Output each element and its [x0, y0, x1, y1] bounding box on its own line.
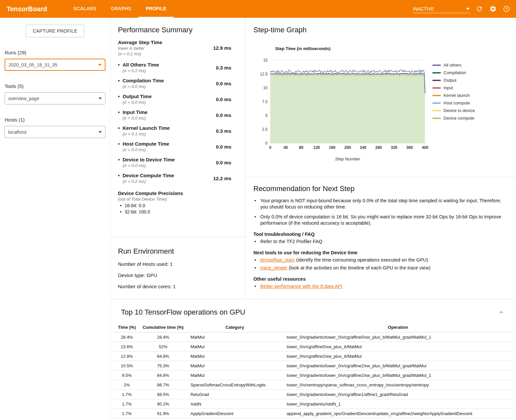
legend-item: Kernel launch [432, 93, 475, 98]
tools-dropdown[interactable]: overview_page [5, 92, 105, 104]
tool-link[interactable]: Better performance with the tf.data API [260, 284, 342, 289]
svg-text:240: 240 [360, 145, 366, 150]
category-cell: ApplyGradientDescent [186, 411, 283, 416]
refresh-button[interactable] [475, 5, 484, 13]
faq-item: Refer to the TF2 Profiler FAQ [253, 238, 508, 245]
table-row: 10.5% 75.3% MatMul tower_0/v/gradients/t… [114, 361, 513, 371]
metric-name: Device Compute Time [123, 173, 174, 178]
tab-graphs[interactable]: GRAPHS [104, 0, 139, 18]
status-dropdown[interactable]: INACTIVE [412, 5, 470, 13]
svg-text:?: ? [505, 7, 507, 11]
operation-cell: tower_0/v/gradients/tower_0/v/cg/affine0… [283, 335, 513, 340]
category-cell: SparseSoftmaxCrossEntropyWithLogits [186, 382, 283, 387]
category-cell: MatMul [186, 363, 283, 368]
svg-text:2.5: 2.5 [262, 127, 268, 132]
precision-item: 32-bit: 100.0 [120, 209, 231, 214]
tab-profile[interactable]: PROFILE [138, 0, 174, 18]
metric-sigma: (σ = 0.2 ms) [123, 179, 174, 184]
help-button[interactable]: ? [502, 5, 511, 13]
tab-scalars[interactable]: SCALARS [66, 0, 104, 18]
tool-link-item: Better performance with the tf.data API [253, 283, 508, 290]
metric-sigma: (σ = 0.2 ms) [123, 68, 159, 73]
metric-value: 0.0 ms [216, 81, 231, 86]
metric-name: Compilation Time [123, 78, 164, 83]
metric-note: lower is better [118, 46, 162, 51]
svg-text:360: 360 [406, 145, 413, 150]
category-cell: MatMul [186, 354, 283, 359]
table-row: 2% 86.7% SparseSoftmaxCrossEntropyWithLo… [114, 380, 513, 390]
column-header: Time (%) [114, 325, 140, 330]
bullet-icon: • [118, 173, 123, 178]
tool-link[interactable]: trace_viewer [260, 265, 287, 270]
tool-link-desc: (identify the time-consuming operations … [295, 257, 428, 263]
bullet-icon: • [118, 62, 123, 68]
runs-dropdown[interactable]: 2020_03_05_18_31_35 [5, 59, 105, 71]
tool-link-item: tensorflow_stats (identify the time-cons… [253, 257, 508, 263]
legend-label: Output [444, 78, 456, 83]
legend-label: Host compute [444, 100, 470, 105]
recommendation-title: Recommendation for Next Step [253, 184, 508, 193]
faq-header: Tool troubleshooting / FAQ [253, 232, 508, 237]
svg-text:5: 5 [265, 113, 268, 118]
run-environment-lines: Number of Hosts used: 1Device type: GPUN… [118, 261, 238, 289]
time-cell: 1.7% [114, 392, 140, 397]
performance-summary-title: Performance Summary [118, 26, 231, 34]
column-header: Cumulative time (%) [140, 325, 186, 330]
cumulative-cell: 91.9% [140, 411, 186, 416]
legend-swatch [432, 95, 441, 96]
chart-title: Step Time (in milliseconds) [275, 46, 428, 51]
collapse-button[interactable] [498, 309, 504, 315]
svg-text:160: 160 [329, 145, 335, 150]
legend-swatch [432, 110, 441, 111]
table-row: 9.5% 84.8% MatMul tower_0/v/gradients/to… [114, 371, 513, 380]
operation-cell: tower_0/v/cg/affine0/xw_plus_b/MatMul [283, 344, 513, 349]
capture-profile-button[interactable]: CAPTURE PROFILE [26, 25, 84, 37]
perf-summary-item: •Host Compute Time (σ = 0.0 ms) 0.0 ms [118, 141, 231, 152]
category-cell: MatMul [186, 373, 283, 378]
metric-sigma: (σ = 0.0 ms) [123, 163, 175, 168]
bullet-icon: • [118, 141, 123, 147]
metric-sigma: (σ = 0.0 ms) [123, 84, 164, 89]
hosts-dropdown[interactable]: localhost [5, 126, 105, 138]
svg-text:0: 0 [269, 145, 272, 150]
cumulative-cell: 88.5% [140, 392, 186, 397]
metric-sigma: (σ = 0.0 ms) [123, 147, 169, 152]
performance-summary-section: Performance Summary Average Step Time lo… [110, 18, 245, 237]
tool-link[interactable]: tensorflow_stats [260, 257, 295, 263]
precisions-subtitle: (out of Total Device Time) [118, 197, 231, 202]
next-tools-header: Next tools to use for reducing the Devic… [253, 250, 508, 255]
settings-button[interactable] [489, 5, 497, 13]
table-row: 12.8% 64.8% MatMul tower_0/v/cg/affine2/… [114, 351, 513, 361]
top-ops-section: Top 10 TensorFlow operations on GPU Time… [110, 299, 516, 420]
svg-text:7.5: 7.5 [262, 99, 268, 104]
top-ops-title: Top 10 TensorFlow operations on GPU [121, 308, 245, 317]
table-row: 1.7% 90.2% AddN tower_0/v/gradients/AddN… [114, 399, 513, 409]
legend-label: Kernel launch [444, 93, 470, 98]
tool-link-desc: (look at the activities on the timeline … [287, 265, 430, 270]
ops-table-header: Time (%) Cumulative time (%) Category Op… [114, 322, 513, 332]
perf-summary-item: •Input Time (σ = 0.0 ms) 0.0 ms [118, 109, 231, 121]
device-compute-precisions: Device Compute Precisions (out of Total … [118, 190, 231, 214]
metric-name: Input Time [123, 109, 148, 115]
time-cell: 12.8% [114, 354, 140, 359]
cumulative-cell: 52% [140, 344, 186, 349]
run-environment-title: Run Environment [118, 247, 238, 256]
run-environment-section: Run Environment Number of Hosts used: 1D… [110, 237, 245, 299]
runs-label: Runs (29) [5, 50, 105, 55]
next-tools-list: tensorflow_stats (identify the time-cons… [253, 257, 508, 271]
legend-label: Device compute [444, 116, 474, 121]
time-cell: 1.7% [114, 411, 140, 416]
average-step-time: Average Step Time lower is better (σ = 0… [118, 40, 231, 56]
hosts-label: Hosts (1) [5, 117, 105, 123]
column-header: Operation [283, 325, 513, 330]
other-resources-list: Better performance with the tf.data API [253, 283, 508, 290]
time-cell: 28.4% [114, 335, 140, 340]
chevron-down-icon [99, 131, 102, 133]
legend-swatch [432, 87, 441, 89]
svg-text:320: 320 [391, 145, 397, 150]
metric-value: 0.3 ms [216, 65, 231, 70]
metric-value: 12.2 ms [213, 176, 231, 181]
perf-summary-item: •Kernel Launch Time (σ = 0.1 ms) 0.3 ms [118, 125, 231, 136]
time-cell: 1.7% [114, 402, 140, 406]
step-time-graph-title: Step-time Graph [253, 26, 508, 34]
